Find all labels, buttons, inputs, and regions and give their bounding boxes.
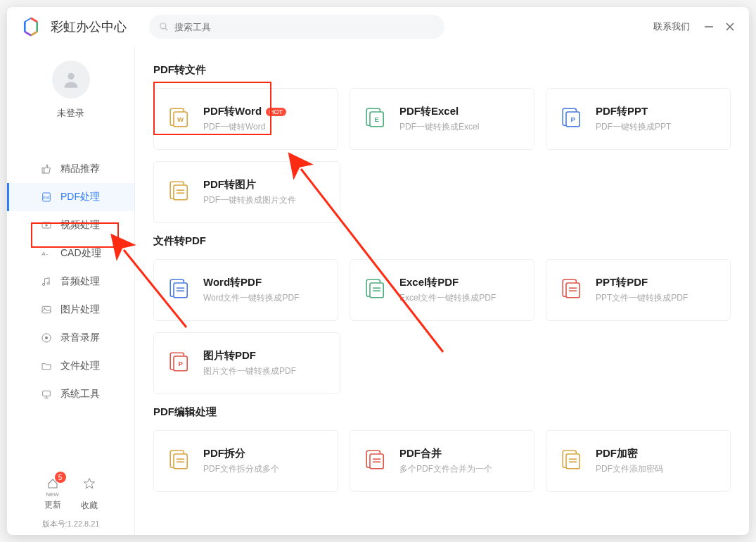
card-row: Word转PDF Word文件一键转换成PDF Excel转PDF Excel文… [153, 259, 731, 321]
sidebar-item-image[interactable]: 图片处理 [7, 296, 134, 324]
thumbs-up-icon [41, 163, 52, 175]
sidebar-item-record[interactable]: 录音录屏 [7, 324, 134, 352]
feature-card[interactable]: PDF拆分 PDF文件拆分成多个 [153, 430, 338, 492]
svg-rect-35 [174, 283, 187, 298]
feature-card[interactable]: PDF合并 多个PDF文件合并为一个 [350, 430, 534, 492]
svg-point-5 [68, 73, 74, 80]
main-content: PDF转文件 W PDF转Word HOT PDF一键转Word E PDF转E… [135, 46, 749, 535]
folder-icon [41, 360, 52, 372]
svg-text:⌐: ⌐ [46, 252, 48, 256]
card-row: W PDF转Word HOT PDF一键转Word E PDF转Excel PD… [153, 88, 731, 150]
sidebar-item-audio[interactable]: 音频处理 [7, 267, 134, 296]
card-icon: E [364, 106, 387, 132]
svg-line-1 [165, 28, 168, 31]
feature-card[interactable]: Excel转PDF Excel文件一键转换成PDF [350, 259, 534, 321]
update-label: 更新 [44, 499, 61, 511]
search-icon [159, 22, 169, 32]
svg-point-13 [47, 282, 49, 284]
svg-text:E: E [374, 115, 379, 123]
search-input[interactable] [174, 22, 435, 32]
card-title: Excel转PDF [399, 276, 496, 289]
sidebar-nav: 精品推荐PDFPDF处理视频处理A⌐CAD处理音频处理图片处理录音录屏文件处理系… [7, 155, 134, 408]
feature-card[interactable]: P 图片转PDF 图片文件一键转换成PDF [153, 332, 340, 394]
section-title: PDF编辑处理 [153, 405, 731, 419]
feature-card[interactable]: PDF加密 PDF文件添加密码 [546, 430, 731, 492]
card-icon [560, 448, 583, 474]
svg-rect-40 [373, 287, 380, 289]
card-icon: P [168, 351, 191, 376]
card-icon [560, 277, 583, 303]
card-desc: Word文件一键转换成PDF [203, 292, 299, 304]
sidebar-bottom: 5 NEW 更新 收藏 版本号:1.22.8.21 [7, 467, 134, 535]
avatar[interactable] [52, 61, 90, 99]
sidebar: 未登录 精品推荐PDFPDF处理视频处理A⌐CAD处理音频处理图片处理录音录屏文… [7, 46, 135, 535]
svg-rect-31 [174, 185, 187, 200]
svg-rect-41 [373, 290, 380, 291]
card-title: PDF转Word HOT [203, 105, 286, 118]
video-icon [41, 220, 52, 231]
update-badge: 5 [55, 472, 66, 483]
sidebar-item-label: 文件处理 [60, 360, 100, 372]
card-row: PDF拆分 PDF文件拆分成多个 PDF合并 多个PDF文件合并为一个 PDF加… [153, 430, 731, 492]
sidebar-item-label: 系统工具 [60, 388, 100, 401]
svg-rect-18 [43, 391, 51, 396]
card-icon: W [168, 106, 191, 132]
svg-rect-39 [370, 283, 383, 298]
sidebar-item-video[interactable]: 视频处理 [7, 211, 134, 239]
feature-card[interactable]: E PDF转Excel PDF一键转换成Excel [350, 88, 534, 150]
svg-point-15 [44, 308, 45, 309]
hot-badge: HOT [266, 108, 286, 116]
sidebar-item-system[interactable]: 系统工具 [7, 380, 134, 408]
update-button[interactable]: 5 NEW 更新 [44, 477, 61, 512]
sidebar-item-label: 音频处理 [60, 275, 100, 288]
feature-card[interactable]: PDF转图片 PDF一键转换成图片文件 [153, 161, 340, 223]
sidebar-item-thumbs-up[interactable]: 精品推荐 [7, 155, 134, 183]
card-row: PDF转图片 PDF一键转换成图片文件 [153, 161, 731, 223]
card-title: PPT转PDF [596, 276, 688, 289]
svg-text:P: P [570, 115, 575, 123]
svg-rect-32 [177, 189, 184, 191]
card-row: P 图片转PDF 图片文件一键转换成PDF [153, 332, 731, 394]
card-icon: P [560, 106, 583, 132]
card-title: PDF拆分 [203, 447, 279, 460]
feature-card[interactable]: P PDF转PPT PDF一键转换成PPT [546, 88, 731, 150]
card-title: PDF转Excel [399, 105, 479, 118]
star-icon [83, 477, 96, 490]
minimize-button[interactable] [704, 22, 714, 32]
contact-link[interactable]: 联系我们 [653, 20, 690, 33]
titlebar: 彩虹办公中心 联系我们 [7, 7, 749, 46]
svg-rect-6 [42, 168, 44, 173]
search-box[interactable] [149, 15, 444, 39]
close-button[interactable] [725, 22, 735, 32]
login-status[interactable]: 未登录 [57, 107, 84, 120]
pdf-icon: PDF [41, 191, 52, 203]
card-icon [364, 448, 387, 474]
svg-rect-51 [177, 458, 184, 460]
card-desc: PDF一键转换成PPT [596, 121, 671, 133]
section-title: PDF转文件 [153, 63, 731, 77]
card-desc: PDF一键转换成Excel [399, 121, 479, 133]
svg-rect-43 [566, 283, 579, 298]
sidebar-item-label: CAD处理 [60, 247, 101, 260]
sidebar-item-cad[interactable]: A⌐CAD处理 [7, 239, 134, 267]
svg-text:P: P [178, 360, 183, 367]
sidebar-item-folder[interactable]: 文件处理 [7, 352, 134, 380]
sidebar-item-pdf[interactable]: PDFPDF处理 [7, 183, 134, 211]
card-title: PDF转图片 [203, 178, 296, 191]
favorite-label: 收藏 [81, 500, 98, 512]
sidebar-item-label: 录音录屏 [60, 332, 100, 344]
card-title: Word转PDF [203, 276, 299, 289]
feature-card[interactable]: Word转PDF Word文件一键转换成PDF [153, 259, 338, 321]
version-label: 版本号:1.22.8.21 [42, 519, 100, 529]
card-desc: PDF文件添加密码 [596, 463, 663, 475]
system-icon [41, 389, 52, 400]
card-icon [364, 277, 387, 303]
sidebar-item-label: 图片处理 [60, 303, 100, 316]
record-icon [41, 332, 52, 344]
card-title: PDF加密 [596, 447, 663, 460]
feature-card[interactable]: W PDF转Word HOT PDF一键转Word [153, 88, 338, 150]
feature-card[interactable]: PPT转PDF PPT文件一键转换成PDF [546, 259, 731, 321]
svg-rect-45 [569, 290, 577, 291]
svg-text:A: A [41, 251, 45, 257]
favorite-button[interactable]: 收藏 [81, 477, 98, 512]
